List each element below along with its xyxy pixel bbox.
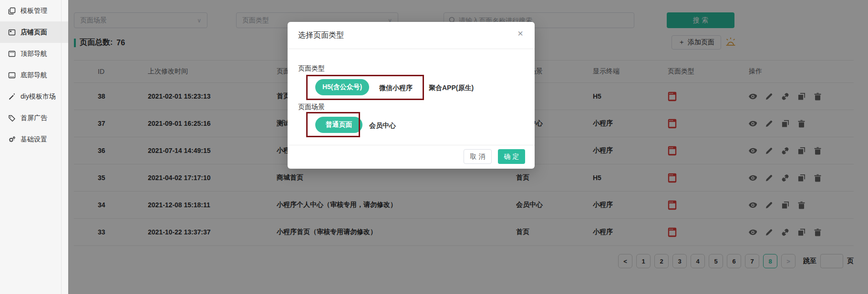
option-member-center[interactable]: 会员中心 bbox=[369, 122, 396, 130]
option-h5[interactable]: H5(含公众号) bbox=[315, 79, 369, 95]
gear-icon bbox=[8, 136, 16, 143]
sidebar-item-label: 基础设置 bbox=[21, 135, 47, 144]
shop-page-icon bbox=[8, 29, 16, 36]
sidebar: 模板管理 店铺页面 顶部导航 底部导航 diy模板市场 首屏广告 基础设置 bbox=[0, 0, 68, 294]
ad-tag-icon bbox=[8, 114, 16, 122]
sidebar-item-label: 顶部导航 bbox=[21, 50, 47, 58]
confirm-button[interactable]: 确 定 bbox=[498, 149, 525, 164]
magic-wand-icon bbox=[8, 93, 16, 101]
close-icon[interactable]: × bbox=[517, 29, 523, 38]
divider bbox=[288, 145, 535, 145]
sidebar-item-basic-settings[interactable]: 基础设置 bbox=[0, 129, 68, 150]
bottom-nav-icon bbox=[8, 71, 16, 79]
divider bbox=[288, 49, 535, 49]
page-manager-app: 模板管理 店铺页面 顶部导航 底部导航 diy模板市场 首屏广告 基础设置 页面… bbox=[0, 0, 868, 294]
sidebar-item-shop-pages[interactable]: 店铺页面 bbox=[0, 21, 68, 43]
sidebar-item-template-manage[interactable]: 模板管理 bbox=[0, 0, 68, 21]
option-hybrid-app[interactable]: 聚合APP(原生) bbox=[429, 84, 474, 92]
sidebar-item-label: 店铺页面 bbox=[21, 28, 47, 37]
select-page-type-modal: 选择页面类型 × 页面类型 H5(含公众号) 微信小程序 聚合APP(原生) 页… bbox=[288, 22, 535, 169]
sidebar-item-diy-market[interactable]: diy模板市场 bbox=[0, 86, 68, 107]
sidebar-item-label: 首屏广告 bbox=[21, 114, 47, 122]
sidebar-item-label: 底部导航 bbox=[21, 71, 47, 80]
templates-icon bbox=[8, 7, 16, 15]
modal-title: 选择页面类型 bbox=[298, 30, 344, 41]
cancel-button[interactable]: 取 消 bbox=[464, 149, 492, 164]
sidebar-item-splash-ad[interactable]: 首屏广告 bbox=[0, 107, 68, 129]
sidebar-item-bottom-nav[interactable]: 底部导航 bbox=[0, 64, 68, 86]
page-scene-label: 页面场景 bbox=[298, 103, 325, 112]
sidebar-item-top-nav[interactable]: 顶部导航 bbox=[0, 43, 68, 64]
option-wechat-miniprogram[interactable]: 微信小程序 bbox=[379, 84, 413, 92]
top-nav-icon bbox=[8, 50, 16, 58]
page-type-label: 页面类型 bbox=[298, 64, 325, 73]
option-normal-page[interactable]: 普通页面 bbox=[315, 117, 362, 133]
sidebar-item-label: diy模板市场 bbox=[21, 92, 56, 101]
sidebar-item-label: 模板管理 bbox=[21, 7, 47, 15]
